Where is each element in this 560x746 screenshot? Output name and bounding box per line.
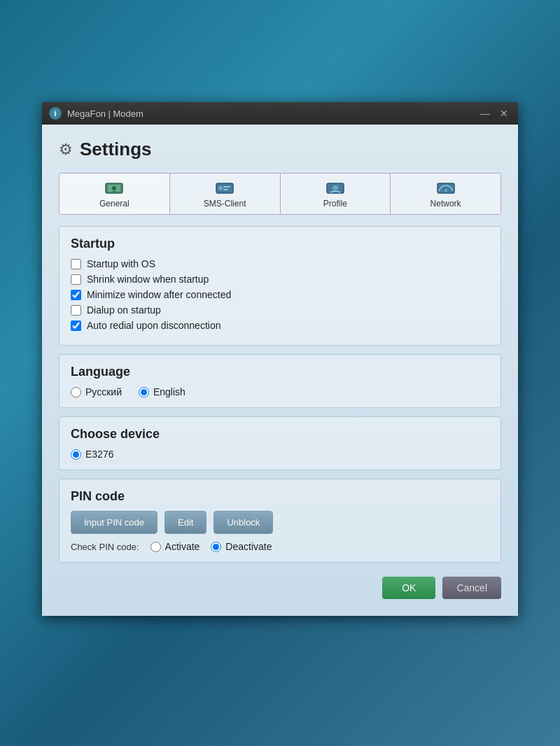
tab-bar: General SMS-Client xyxy=(59,173,501,215)
auto-redial-checkbox[interactable] xyxy=(71,321,81,331)
minimize-connected-checkbox[interactable] xyxy=(71,290,81,300)
edit-pin-button[interactable]: Edit xyxy=(164,511,206,534)
lang-en-label: English xyxy=(153,386,186,397)
tab-network[interactable]: Network xyxy=(391,174,500,214)
deactivate-pin-row: Deactivate xyxy=(211,541,272,552)
lang-ru-radio[interactable] xyxy=(71,387,81,397)
deactivate-pin-label: Deactivate xyxy=(225,541,272,552)
minimize-connected-label: Minimize window after connected xyxy=(87,289,231,300)
network-icon xyxy=(435,181,457,196)
svg-point-11 xyxy=(444,189,447,192)
svg-rect-6 xyxy=(223,186,230,188)
activate-pin-row: Activate xyxy=(150,541,200,552)
pin-check-row: Check PIN code: Activate Deactivate xyxy=(71,541,489,552)
lang-en-radio[interactable] xyxy=(139,387,149,397)
device-title: Choose device xyxy=(71,427,489,442)
shrink-window-checkbox[interactable] xyxy=(71,274,81,285)
dialup-startup-checkbox[interactable] xyxy=(71,305,81,316)
auto-redial-label: Auto redial upon disconnection xyxy=(87,320,220,331)
tab-sms-label: SMS-Client xyxy=(204,199,246,209)
tab-general-label: General xyxy=(99,199,130,209)
tab-profile[interactable]: Profile xyxy=(281,174,391,214)
dialup-startup-label: Dialup on startup xyxy=(87,304,161,316)
page-title: Settings xyxy=(80,139,152,160)
app-icon: i xyxy=(49,107,62,120)
lang-ru-label: Русский xyxy=(85,386,122,397)
startup-section: Startup Startup with OS Shrink window wh… xyxy=(59,226,501,346)
window-controls: — ✕ xyxy=(477,108,511,119)
startup-os-row: Startup with OS xyxy=(71,258,489,269)
language-section: Language Русский English xyxy=(59,354,501,408)
activate-pin-label: Activate xyxy=(165,541,200,552)
svg-point-9 xyxy=(332,185,338,190)
unblock-pin-button[interactable]: Unblock xyxy=(214,511,273,534)
minimize-button[interactable]: — xyxy=(477,108,493,119)
dialup-startup-row: Dialup on startup xyxy=(71,304,489,316)
dev-e3276-label: E3276 xyxy=(85,449,113,460)
input-pin-button[interactable]: Input PIN code xyxy=(71,511,158,534)
device-e3276-row: E3276 xyxy=(71,449,489,460)
shrink-window-row: Shrink window when startup xyxy=(71,274,489,285)
startup-title: Startup xyxy=(71,237,489,251)
window-title: MegaFon | Modem xyxy=(67,108,144,119)
pin-section: PIN code Input PIN code Edit Unblock Che… xyxy=(59,479,501,563)
shrink-window-label: Shrink window when startup xyxy=(87,274,209,285)
sms-icon xyxy=(214,181,236,196)
device-section: Choose device E3276 xyxy=(59,416,501,470)
tab-profile-label: Profile xyxy=(323,199,347,209)
tab-network-label: Network xyxy=(430,199,461,209)
profile-icon xyxy=(324,181,346,196)
lang-ru-row: Русский xyxy=(71,386,122,397)
check-pin-label: Check PIN code: xyxy=(71,542,139,552)
ok-button[interactable]: OK xyxy=(382,577,435,599)
auto-redial-row: Auto redial upon disconnection xyxy=(71,320,489,331)
startup-os-checkbox[interactable] xyxy=(71,259,81,269)
svg-rect-7 xyxy=(223,189,228,190)
svg-point-5 xyxy=(218,186,223,190)
startup-os-label: Startup with OS xyxy=(87,258,155,269)
general-icon xyxy=(103,181,125,196)
titlebar: i MegaFon | Modem — ✕ xyxy=(42,102,518,125)
minimize-connected-row: Minimize window after connected xyxy=(71,289,489,300)
page-header: ⚙ Settings xyxy=(59,139,501,160)
language-title: Language xyxy=(71,365,489,379)
cancel-button[interactable]: Cancel xyxy=(442,577,501,599)
close-button[interactable]: ✕ xyxy=(497,108,511,119)
tab-general[interactable]: General xyxy=(59,174,170,214)
svg-rect-3 xyxy=(112,191,116,193)
settings-icon: ⚙ xyxy=(59,141,73,159)
app-window: i MegaFon | Modem — ✕ ⚙ Settings xyxy=(42,102,518,616)
pin-buttons-group: Input PIN code Edit Unblock xyxy=(71,511,489,534)
pin-title: PIN code xyxy=(71,489,489,504)
main-content: ⚙ Settings General xyxy=(42,125,518,616)
tab-sms-client[interactable]: SMS-Client xyxy=(170,174,281,214)
lang-en-row: English xyxy=(139,386,186,397)
deactivate-pin-radio[interactable] xyxy=(211,542,221,552)
footer-buttons: OK Cancel xyxy=(59,577,501,599)
activate-pin-radio[interactable] xyxy=(150,542,161,552)
svg-point-2 xyxy=(112,186,116,190)
language-radio-group: Русский English xyxy=(71,386,489,397)
dev-e3276-radio[interactable] xyxy=(71,449,81,460)
